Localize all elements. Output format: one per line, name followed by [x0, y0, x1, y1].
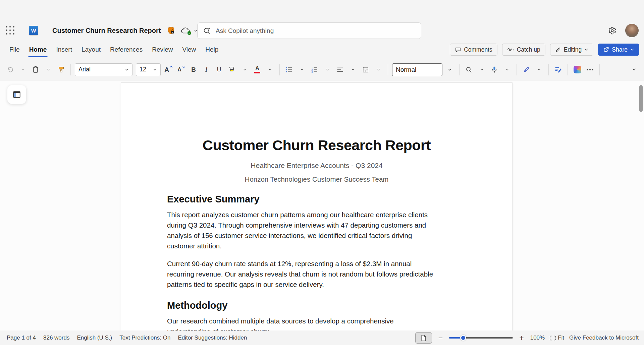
- menubar: File Home Insert Layout References Revie…: [0, 40, 644, 59]
- style-gallery-chevron[interactable]: [444, 63, 455, 76]
- find-button[interactable]: [464, 63, 474, 76]
- menu-actions: Comments Catch up Editing Share: [450, 44, 639, 56]
- numbered-list-chevron[interactable]: [322, 63, 333, 76]
- font-color-button[interactable]: A: [252, 63, 263, 76]
- vertical-scrollbar-thumb[interactable]: [639, 85, 643, 112]
- catch-up-button[interactable]: Catch up: [502, 44, 545, 56]
- language-status[interactable]: English (U.S.): [77, 335, 112, 341]
- editing-mode-button[interactable]: Editing: [550, 44, 594, 56]
- paste-button[interactable]: [30, 63, 41, 76]
- chevron-down-icon: [243, 68, 247, 71]
- editor-suggestions-status[interactable]: Editor Suggestions: Hidden: [178, 335, 247, 341]
- menu-tab-home[interactable]: Home: [24, 40, 52, 59]
- chevron-down-icon: [268, 68, 272, 71]
- more-options-button[interactable]: [585, 63, 595, 76]
- bold-button[interactable]: B: [188, 63, 199, 76]
- menu-tab-layout[interactable]: Layout: [77, 40, 105, 59]
- highlight-color-chevron[interactable]: [239, 63, 250, 76]
- share-button[interactable]: Share: [598, 44, 639, 56]
- borders-icon: [362, 66, 369, 73]
- find-chevron[interactable]: [476, 63, 487, 76]
- fit-to-page-button[interactable]: Fit: [550, 335, 564, 341]
- zoom-slider[interactable]: [449, 335, 513, 341]
- feedback-link[interactable]: Give Feedback to Microsoft: [569, 335, 639, 341]
- editor-pen-icon: [554, 66, 562, 73]
- paste-menu-chevron[interactable]: [43, 63, 54, 76]
- highlight-color-button[interactable]: [226, 63, 237, 76]
- format-painter-button[interactable]: [56, 63, 66, 76]
- italic-button[interactable]: I: [201, 63, 212, 76]
- menu-tab-view[interactable]: View: [177, 40, 201, 59]
- shrink-font-button[interactable]: A: [175, 63, 186, 76]
- font-size-combobox[interactable]: 12: [136, 63, 161, 76]
- zoom-slider-thumb[interactable]: [460, 335, 466, 341]
- doc-paragraph-1[interactable]: This report analyzes customer churn patt…: [167, 209, 466, 251]
- ink-pen-button[interactable]: [521, 63, 532, 76]
- underline-button[interactable]: U: [214, 63, 224, 76]
- undo-menu-chevron[interactable]: [17, 63, 28, 76]
- word-count-status[interactable]: 826 words: [43, 335, 69, 341]
- grow-font-icon: A: [164, 66, 172, 73]
- copilot-button[interactable]: [572, 63, 583, 76]
- doc-title[interactable]: Customer Churn Research Report: [167, 136, 466, 154]
- gear-icon: [608, 26, 616, 35]
- editor-button[interactable]: [553, 63, 564, 76]
- menu-tab-references[interactable]: References: [105, 40, 147, 59]
- ellipsis-icon: [587, 69, 593, 70]
- ink-pen-chevron[interactable]: [534, 63, 544, 76]
- save-status-cloud-icon[interactable]: ✓: [181, 26, 191, 35]
- chevron-down-icon: [153, 68, 157, 72]
- text-predictions-status[interactable]: Text Predictions: On: [119, 335, 170, 341]
- comments-button[interactable]: Comments: [450, 44, 497, 56]
- toolbar-divider: [517, 64, 517, 75]
- borders-chevron[interactable]: [373, 63, 384, 76]
- zoom-in-button[interactable]: +: [518, 334, 525, 342]
- collapse-ribbon-button[interactable]: [629, 63, 639, 76]
- menu-tab-insert[interactable]: Insert: [51, 40, 77, 59]
- alignment-button[interactable]: [335, 63, 345, 76]
- doc-paragraph-2[interactable]: Current 90-day churn rate stands at 12%,…: [167, 258, 466, 290]
- dictate-button[interactable]: [489, 63, 500, 76]
- menu-tab-help[interactable]: Help: [201, 40, 223, 59]
- borders-button[interactable]: [360, 63, 371, 76]
- font-name-combobox[interactable]: Arial: [75, 63, 132, 76]
- page-view-button[interactable]: [415, 332, 432, 344]
- doc-heading-methodology[interactable]: Methodology: [167, 300, 466, 311]
- numbered-list-button[interactable]: 123: [309, 63, 320, 76]
- toolbar-divider: [388, 64, 388, 75]
- navigation-pane-toggle[interactable]: [7, 85, 26, 104]
- copilot-search[interactable]: [197, 22, 421, 39]
- zoom-percentage[interactable]: 100%: [530, 335, 545, 341]
- zoom-out-button[interactable]: −: [437, 334, 444, 342]
- font-color-chevron[interactable]: [265, 63, 275, 76]
- bullet-list-chevron[interactable]: [297, 63, 307, 76]
- account-avatar[interactable]: [625, 24, 639, 37]
- menu-tab-review[interactable]: Review: [147, 40, 177, 59]
- bullet-list-icon: [286, 67, 292, 73]
- doc-subtitle-1[interactable]: Healthcare Enterprise Accounts - Q3 2024: [167, 161, 466, 170]
- chevron-down-icon: [125, 68, 129, 72]
- dictate-chevron[interactable]: [502, 63, 513, 76]
- sensitivity-shield-icon[interactable]: [167, 26, 175, 35]
- chevron-down-icon: [21, 68, 25, 71]
- document-page[interactable]: Customer Churn Research Report Healthcar…: [121, 82, 513, 330]
- copilot-search-input[interactable]: [216, 27, 416, 35]
- bullet-list-button[interactable]: [284, 63, 294, 76]
- document-title[interactable]: Customer Churn Research Report: [52, 27, 161, 35]
- settings-button[interactable]: [608, 26, 616, 35]
- chevron-down-icon: [537, 68, 541, 71]
- microphone-icon: [491, 66, 498, 73]
- doc-subtitle-2[interactable]: Horizon Technologies Customer Success Te…: [167, 175, 466, 183]
- menu-tab-file[interactable]: File: [5, 40, 24, 59]
- alignment-chevron[interactable]: [347, 63, 358, 76]
- app-launcher-button[interactable]: [6, 26, 15, 35]
- style-combobox[interactable]: Normal: [392, 63, 442, 76]
- word-logo-icon[interactable]: W: [29, 26, 38, 35]
- font-color-icon: A: [254, 66, 260, 73]
- grow-font-button[interactable]: A: [163, 63, 173, 76]
- undo-button[interactable]: [5, 63, 15, 76]
- doc-paragraph-3[interactable]: Our research combined multiple data sour…: [167, 316, 466, 330]
- doc-heading-executive-summary[interactable]: Executive Summary: [167, 193, 466, 205]
- page-count-status[interactable]: Page 1 of 4: [7, 335, 36, 341]
- underline-icon: U: [217, 66, 221, 73]
